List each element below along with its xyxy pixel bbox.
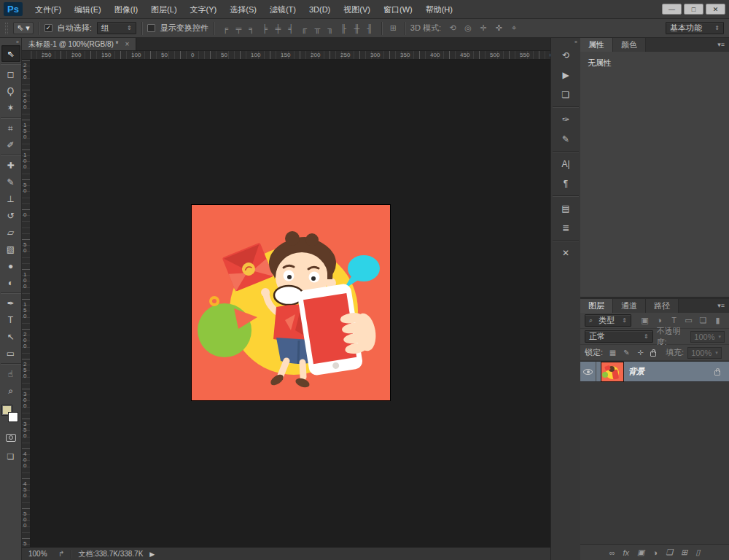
clone-source-panel-icon[interactable]: ❏ xyxy=(555,85,576,104)
menu-item[interactable]: 视图(V) xyxy=(337,0,377,19)
history-panel-icon[interactable]: ⟲ xyxy=(555,45,576,65)
close-button[interactable]: ✕ xyxy=(706,4,725,15)
tab-color[interactable]: 颜色 xyxy=(613,38,646,52)
crop-tool[interactable]: ⌗ xyxy=(1,120,20,136)
visibility-toggle[interactable] xyxy=(580,362,596,381)
tab-channels[interactable]: 通道 xyxy=(613,299,646,313)
lock-position-icon[interactable]: ✛ xyxy=(634,349,647,357)
lasso-tool[interactable]: Ϙ xyxy=(1,82,20,99)
auto-align-layers-icon[interactable]: ⊞ xyxy=(387,23,399,33)
gradient-tool[interactable]: ▧ xyxy=(1,241,20,257)
new-layer-icon[interactable]: ⊞ xyxy=(681,548,687,557)
background-color-swatch[interactable] xyxy=(8,412,18,422)
paragraph-panel-icon[interactable]: ¶ xyxy=(555,174,576,193)
path-selection-tool[interactable]: ↖ xyxy=(1,328,20,345)
quick-mask-button[interactable] xyxy=(1,429,20,446)
menu-item[interactable]: 窗口(W) xyxy=(377,0,419,19)
layer-thumbnail[interactable] xyxy=(601,362,623,381)
menu-item[interactable]: 选择(S) xyxy=(223,0,263,19)
panel-menu-icon[interactable]: ▾≡ xyxy=(713,38,729,52)
layer-mask-icon[interactable]: ▣ xyxy=(637,548,644,557)
filter-toggle-icon[interactable]: ▮ xyxy=(711,316,725,325)
panel-menu-icon[interactable]: ▾≡ xyxy=(713,299,729,313)
clone-stamp-tool[interactable]: ⊥ xyxy=(1,190,20,207)
lock-transparency-icon[interactable]: ▦ xyxy=(607,349,619,357)
spot-healing-brush-tool[interactable]: ✚ xyxy=(1,157,20,174)
align-vertical-centers-icon[interactable]: ╤ xyxy=(233,24,245,33)
notes-panel-icon[interactable]: ≣ xyxy=(555,218,576,238)
magic-wand-tool[interactable]: ✶ xyxy=(1,99,20,116)
menu-item[interactable]: 文件(F) xyxy=(28,0,68,19)
vertical-ruler[interactable]: 2502001501005005010015020025030035040045… xyxy=(22,60,31,547)
3d-scale-icon[interactable]: ⌖ xyxy=(507,23,521,33)
show-transform-checkbox[interactable] xyxy=(147,24,155,32)
pen-tool[interactable]: ✒ xyxy=(1,295,20,311)
menu-item[interactable]: 编辑(E) xyxy=(68,0,108,19)
tool-presets-panel-icon[interactable]: ✕ xyxy=(555,243,576,262)
close-tab-icon[interactable]: × xyxy=(125,40,130,48)
align-horizontal-centers-icon[interactable]: ╪ xyxy=(272,24,284,33)
workspace-switcher[interactable]: 基本功能 ⇕ xyxy=(666,22,724,34)
hand-tool[interactable]: ☝ xyxy=(1,365,20,382)
背景[interactable]: 背景 xyxy=(580,362,729,382)
align-left-edges-icon[interactable]: ╞ xyxy=(259,24,271,33)
minimize-button[interactable]: — xyxy=(662,4,682,15)
brush-tool[interactable]: ✎ xyxy=(1,174,20,190)
canvas-viewport[interactable] xyxy=(31,60,550,547)
rectangle-tool[interactable]: ▭ xyxy=(1,345,20,362)
distribute-right-edges-icon[interactable]: ╢ xyxy=(364,24,376,33)
blur-tool[interactable]: ● xyxy=(1,257,20,274)
opacity-field[interactable]: 100% ▾ xyxy=(690,331,725,343)
align-right-edges-icon[interactable]: ╡ xyxy=(285,24,297,33)
filter-shape-layers-icon[interactable]: ▭ xyxy=(682,316,695,325)
screen-mode-button[interactable]: ❏ xyxy=(1,448,20,464)
tool-preset-picker[interactable]: ⇖ ▾ xyxy=(13,22,34,34)
filter-adjustment-layers-icon[interactable]: ◑ xyxy=(652,316,666,325)
delete-layer-icon[interactable]: ▯ xyxy=(695,548,700,557)
filter-pixel-layers-icon[interactable]: ▣ xyxy=(638,316,652,325)
tab-properties[interactable]: 属性 xyxy=(580,38,613,52)
tab-layers[interactable]: 图层 xyxy=(580,299,613,313)
dodge-tool[interactable]: ◐ xyxy=(1,274,20,291)
link-layers-icon[interactable]: ∞ xyxy=(609,548,615,557)
3d-drag-icon[interactable]: ✛ xyxy=(477,23,490,33)
canvas-artwork[interactable] xyxy=(192,205,390,400)
distribute-bottom-edges-icon[interactable]: ╖ xyxy=(324,24,337,33)
distribute-horizontal-centers-icon[interactable]: ╫ xyxy=(351,24,363,33)
distribute-left-edges-icon[interactable]: ╟ xyxy=(338,24,350,33)
distribute-vertical-centers-icon[interactable]: ╥ xyxy=(311,24,324,33)
status-menu-icon[interactable]: ↱ xyxy=(58,550,64,558)
menu-item[interactable]: 滤镜(T) xyxy=(263,0,303,19)
menu-item[interactable]: 图层(L) xyxy=(144,0,183,19)
document-tab[interactable]: 未标题-1 @ 100%(RGB/8) * × xyxy=(22,38,136,50)
lock-all-icon[interactable] xyxy=(650,351,656,357)
type-tool[interactable]: T xyxy=(1,311,20,328)
distribute-top-edges-icon[interactable]: ╓ xyxy=(298,24,311,33)
rectangular-marquee-tool[interactable]: ◻ xyxy=(1,66,20,82)
3d-roll-icon[interactable]: ◎ xyxy=(461,23,475,33)
eraser-tool[interactable]: ▱ xyxy=(1,224,20,241)
auto-select-dropdown[interactable]: 组 ⇕ xyxy=(97,22,136,34)
brush-presets-panel-icon[interactable]: ✎ xyxy=(555,129,576,149)
zoom-level-field[interactable]: 100% xyxy=(28,550,52,558)
layer-group-icon[interactable]: ❏ xyxy=(666,548,673,557)
menu-item[interactable]: 3D(D) xyxy=(303,0,337,19)
brush-panel-icon[interactable]: ✑ xyxy=(555,109,576,129)
menu-item[interactable]: 图像(I) xyxy=(108,0,144,19)
horizontal-ruler[interactable]: 2502001501005005010015020025030035040045… xyxy=(31,51,550,60)
3d-rotate-icon[interactable]: ⟲ xyxy=(446,23,459,33)
restore-button[interactable]: □ xyxy=(684,4,703,15)
adjustment-layer-icon[interactable]: ◑ xyxy=(653,548,658,557)
blend-mode-dropdown[interactable]: 正常 ⇕ xyxy=(585,330,653,343)
tab-paths[interactable]: 路径 xyxy=(646,299,679,313)
zoom-tool[interactable]: ⌕ xyxy=(1,382,20,399)
actions-panel-icon[interactable]: ▶ xyxy=(555,65,576,85)
layer-style-icon[interactable]: fx xyxy=(623,548,630,557)
filter-type-layers-icon[interactable]: T xyxy=(667,316,681,325)
align-bottom-edges-icon[interactable]: ╕ xyxy=(246,24,258,33)
character-panel-icon[interactable]: A| xyxy=(555,154,576,174)
filter-smart-objects-icon[interactable]: ❏ xyxy=(696,316,710,325)
collapse-tools-icon[interactable]: » xyxy=(0,39,21,45)
move-tool[interactable]: ⇖ xyxy=(1,45,20,62)
layer-filter-dropdown[interactable]: ⌕ 类型 ⇕ xyxy=(585,314,631,327)
